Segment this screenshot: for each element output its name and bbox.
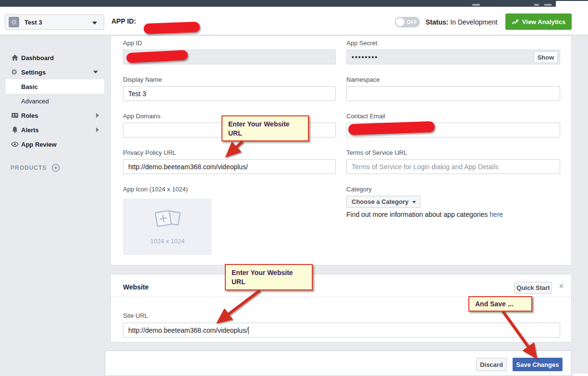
chevron-down-icon <box>412 201 416 203</box>
nav-menu-stub <box>544 4 551 6</box>
status-label: Status: <box>426 18 448 26</box>
privacy-policy-label: Privacy Policy URL <box>123 149 336 156</box>
sidebar-item-basic[interactable]: Basic <box>6 79 104 94</box>
close-icon[interactable]: × <box>559 281 564 291</box>
sidebar: Dashboard ⚙ Settings Basic Advanced Role… <box>0 35 105 376</box>
site-url-input[interactable]: http://demo.beeteam368.com/videoplus/ <box>123 323 560 338</box>
toggle-off-label: OFF <box>407 20 417 25</box>
view-analytics-button[interactable]: View Analytics <box>505 13 572 30</box>
app-icon-dimensions: 1024 x 1024 <box>150 238 185 245</box>
discard-button[interactable]: Discard <box>476 358 507 371</box>
display-name-label: Display Name <box>123 76 336 83</box>
app-id-label: APP ID: <box>111 17 136 25</box>
site-url-label: Site URL <box>123 312 148 319</box>
callout-enter-website-url-1: Enter Your Website URL <box>221 115 309 141</box>
contact-email-label: Contact Email <box>346 113 560 120</box>
save-changes-button[interactable]: Save Changes <box>513 358 563 371</box>
sidebar-item-advanced[interactable]: Advanced <box>0 94 105 108</box>
callout-enter-website-url-2: Enter Your Website URL <box>225 264 313 290</box>
products-label: PRODUCTS <box>11 164 47 171</box>
nav-menu-stub <box>534 4 539 6</box>
top-navbar <box>0 0 588 7</box>
app-live-toggle[interactable]: OFF <box>395 17 420 27</box>
id-card-icon <box>11 112 19 119</box>
namespace-input[interactable] <box>346 86 560 101</box>
categories-here-link[interactable]: here <box>490 211 503 218</box>
terms-of-service-label: Terms of Service URL <box>346 149 560 156</box>
chevron-down-icon <box>93 71 98 74</box>
sidebar-item-alerts[interactable]: Alerts <box>0 123 105 137</box>
chevron-right-icon <box>96 113 99 118</box>
app-header: ⚙ Test 3 APP ID: OFF Status: In Developm… <box>0 7 588 35</box>
app-id-redaction <box>144 22 200 34</box>
privacy-policy-input[interactable]: http://demo.beeteam368.com/videoplus/ <box>123 159 336 174</box>
status-value: In Development <box>450 18 497 26</box>
app-secret-input: •••••••• Show <box>346 50 560 64</box>
navbar-search-input[interactable] <box>556 1 588 8</box>
choose-category-dropdown[interactable]: Choose a Category <box>346 196 420 208</box>
callout-and-save: And Save ... <box>468 296 532 312</box>
masked-secret-value: •••••••• <box>352 53 378 61</box>
trending-up-icon <box>512 19 519 25</box>
products-section-header: PRODUCTS <box>11 163 60 172</box>
show-secret-button[interactable]: Show <box>534 51 558 63</box>
sidebar-item-app-review[interactable]: App Review <box>0 137 105 151</box>
display-name-input[interactable]: Test 3 <box>123 86 336 101</box>
home-icon <box>11 54 19 62</box>
app-selector-dropdown[interactable]: ⚙ Test 3 <box>5 14 104 30</box>
toggle-knob <box>396 18 404 26</box>
category-label: Category <box>346 186 560 193</box>
app-gear-icon: ⚙ <box>9 17 19 27</box>
chevron-right-icon <box>96 127 99 132</box>
category-info-text: Find out more information about app cate… <box>346 211 503 218</box>
nav-menu-stub <box>472 4 480 6</box>
basic-settings-card: App ID App Secret •••••••• Show Display … <box>110 36 572 265</box>
eye-icon <box>11 140 19 148</box>
add-photo-icon <box>153 209 183 234</box>
text-cursor <box>248 326 249 334</box>
gear-icon: ⚙ <box>11 68 19 76</box>
cutoff-corner-element <box>573 374 588 376</box>
app-selector-label: Test 3 <box>24 19 42 26</box>
facebook-developer-app-settings-page: ⚙ Test 3 APP ID: OFF Status: In Developm… <box>0 0 588 376</box>
add-product-icon[interactable] <box>51 163 60 172</box>
namespace-label: Namespace <box>346 76 560 83</box>
sidebar-item-settings[interactable]: ⚙ Settings <box>0 65 105 79</box>
app-icon-label: App Icon (1024 x 1024) <box>123 186 336 193</box>
sidebar-item-dashboard[interactable]: Dashboard <box>0 50 105 65</box>
view-analytics-label: View Analytics <box>522 18 565 25</box>
quick-start-button[interactable]: Quick Start <box>514 282 552 294</box>
status-text: Status: In Development <box>426 18 497 26</box>
app-icon-upload-area[interactable]: 1024 x 1024 <box>123 199 212 255</box>
terms-of-service-input[interactable]: Terms of Service for Login dialog and Ap… <box>346 159 560 174</box>
app-id-field-label: App ID <box>123 39 336 47</box>
bell-icon <box>11 126 19 134</box>
sidebar-item-roles[interactable]: Roles <box>0 108 105 123</box>
save-bar: Discard Save Changes <box>105 351 572 376</box>
chevron-down-icon <box>92 22 97 25</box>
app-secret-field-label: App Secret <box>346 39 560 47</box>
website-section-title: Website <box>123 283 148 291</box>
